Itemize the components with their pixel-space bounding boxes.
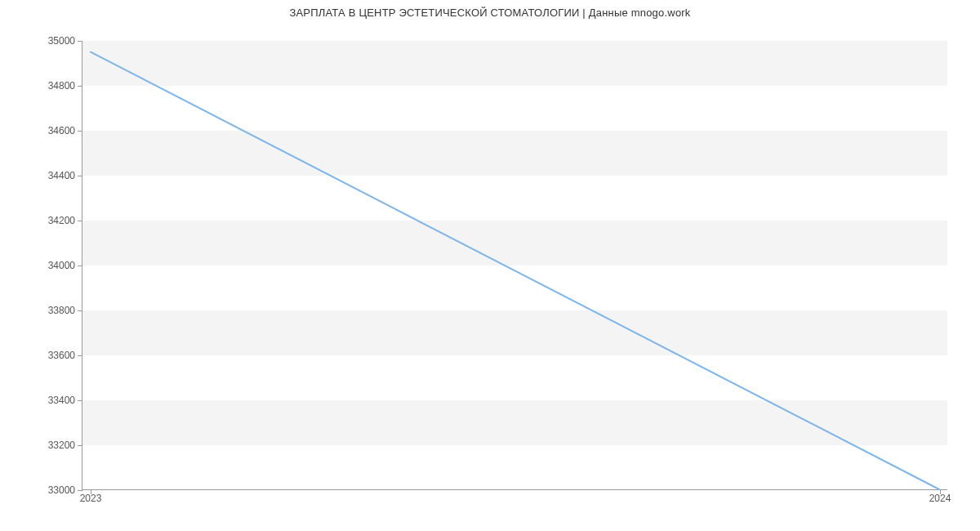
y-tick-mark (78, 131, 82, 132)
y-tick-mark (78, 445, 82, 446)
y-tick-label: 33800 (48, 305, 75, 316)
chart-container: ЗАРПЛАТА В ЦЕНТР ЭСТЕТИЧЕСКОЙ СТОМАТОЛОГ… (0, 0, 980, 531)
y-tick-label: 33000 (48, 484, 75, 496)
y-tick-mark (78, 266, 82, 266)
x-tick-mark (940, 489, 941, 494)
y-tick-label: 34800 (48, 80, 75, 91)
y-tick-label: 33200 (48, 440, 75, 451)
plot-area: 3300033200334003360033800340003420034400… (82, 41, 947, 490)
x-tick-mark (91, 489, 91, 494)
chart-title: ЗАРПЛАТА В ЦЕНТР ЭСТЕТИЧЕСКОЙ СТОМАТОЛОГ… (0, 7, 980, 19)
x-tick-label: 2023 (80, 493, 102, 504)
y-tick-label: 34000 (48, 260, 75, 271)
y-tick-label: 34600 (48, 125, 75, 136)
y-tick-mark (78, 400, 82, 401)
y-tick-mark (78, 355, 82, 356)
series-line (91, 52, 939, 489)
y-tick-mark (78, 221, 82, 221)
y-tick-label: 33600 (48, 350, 75, 361)
y-tick-label: 34200 (48, 215, 75, 226)
y-tick-mark (78, 41, 82, 42)
y-tick-mark (78, 86, 82, 87)
line-layer (82, 41, 947, 489)
y-tick-mark (78, 310, 82, 311)
y-tick-mark (78, 490, 82, 491)
x-tick-label: 2024 (929, 493, 951, 504)
y-tick-label: 35000 (48, 35, 75, 47)
y-tick-mark (78, 176, 82, 176)
y-tick-label: 33400 (48, 395, 75, 406)
y-tick-label: 34400 (48, 170, 75, 181)
